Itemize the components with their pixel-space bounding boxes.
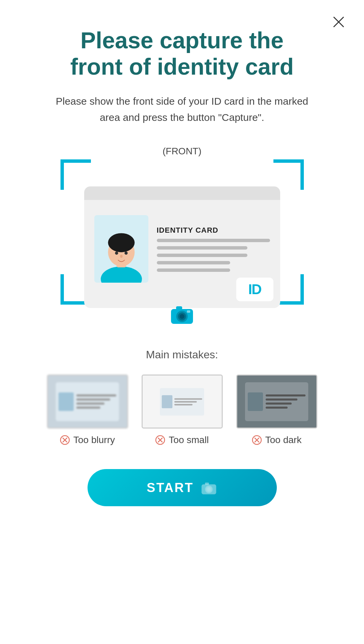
mistakes-title: Main mistakes: [33,349,331,361]
capture-area: (FRONT) [60,143,304,328]
person-avatar [96,218,147,283]
error-icon-blurry [60,435,70,445]
page-container: Please capture the front of identity car… [0,0,364,644]
front-label: (FRONT) [60,146,304,157]
camera-icon-container [60,303,304,325]
id-card-title: IDENTITY CARD [157,226,270,235]
id-line-4 [157,261,230,264]
corner-tr [273,159,304,190]
id-photo-area [94,215,148,283]
mistake-image-dark [236,375,317,429]
close-icon [332,15,345,29]
start-camera-icon [200,480,217,495]
mistake-label-small: Too small [155,435,209,445]
mini-photo-dark [248,392,263,411]
svg-point-9 [120,255,123,258]
svg-rect-15 [187,310,190,313]
svg-point-6 [110,236,132,252]
start-button-label: START [147,481,194,495]
page-subtitle: Please show the front side of your ID ca… [47,93,317,126]
mistake-text-blurry: Too blurry [73,435,115,445]
mini-lines-small [174,398,202,405]
mini-photo-small [162,395,173,408]
id-card-illustration: IDENTITY CARD ID [84,186,280,308]
close-button[interactable] [330,14,347,30]
scan-frame: IDENTITY CARD ID [60,159,304,305]
id-line-2 [157,246,247,250]
id-line-3 [157,254,247,257]
mini-card-blurry [56,382,119,421]
svg-point-7 [115,252,118,255]
mistake-image-small [142,375,223,429]
mini-card-small [160,388,204,415]
mistakes-grid: Too blurry [33,375,331,445]
mistake-label-blurry: Too blurry [60,435,115,445]
svg-rect-29 [205,483,209,485]
svg-point-2 [101,266,142,283]
corner-tl [60,159,91,190]
mini-photo-blurry [58,392,74,411]
mistake-text-small: Too small [169,435,209,445]
start-button[interactable]: START [88,469,277,506]
svg-point-8 [124,252,127,255]
mistakes-section: Main mistakes: [33,349,331,445]
camera-icon [169,303,195,325]
error-icon-dark [252,435,262,445]
error-icon-small [155,435,165,445]
id-card-header-bar [84,186,280,200]
mini-lines-dark [266,394,306,409]
mistake-item-small: Too small [142,375,223,445]
mini-card-dark [245,382,308,421]
mini-lines-blurry [76,394,116,409]
id-badge-text: ID [248,281,261,298]
id-line-1 [157,239,270,242]
svg-rect-14 [176,306,182,310]
mistake-label-dark: Too dark [252,435,301,445]
svg-point-13 [180,314,185,319]
mistake-item-blurry: Too blurry [47,375,128,445]
svg-point-28 [207,488,210,491]
id-info-area: IDENTITY CARD [157,226,270,272]
mistake-item-dark: Too dark [236,375,317,445]
id-line-5 [157,268,230,272]
mistake-image-blurry [47,375,128,429]
mistake-text-dark: Too dark [265,435,301,445]
page-title: Please capture the front of identity car… [70,27,294,80]
id-badge: ID [236,278,273,301]
